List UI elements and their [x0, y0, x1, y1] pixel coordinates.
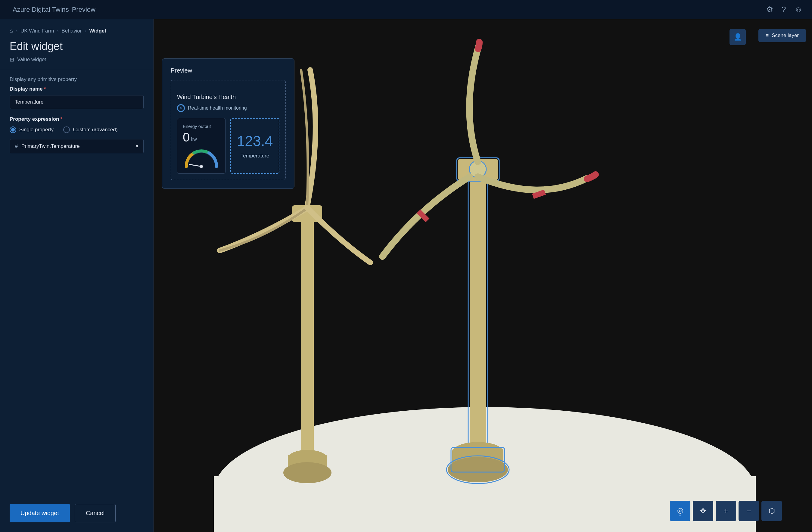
- health-subtitle: Real-time health monitoring: [188, 105, 247, 111]
- face-icon[interactable]: ☺: [794, 5, 802, 14]
- preview-card-inner: Wind Turbine's Health ↻ Real-time health…: [171, 80, 286, 180]
- widget-type-icon: ⊞: [10, 56, 14, 63]
- property-dropdown-left: # PrimaryTwin.Temperature: [15, 143, 80, 149]
- avatar-button[interactable]: 👤: [729, 29, 746, 45]
- property-expr-label: Property expression *: [0, 116, 153, 127]
- svg-point-6: [283, 462, 332, 483]
- health-icon: ↻: [177, 104, 185, 112]
- radio-group: Single property Custom (advanced): [0, 127, 153, 139]
- preview-widgets: Energy output 0 kw: [177, 118, 279, 174]
- section-description: Display any primitive property: [0, 76, 153, 86]
- scene-layer-button[interactable]: ≡ Scene layer: [758, 29, 806, 42]
- svg-rect-3: [301, 220, 314, 455]
- energy-unit: kw: [191, 137, 197, 142]
- bottom-toolbar: ◎ ✥ + − ⬡: [670, 501, 782, 521]
- topbar-icons: ⚙ ? ☺: [766, 5, 802, 14]
- property-value: PrimaryTwin.Temperature: [21, 143, 80, 149]
- page-title: Edit widget: [0, 39, 153, 55]
- move-icon: ✥: [700, 507, 706, 515]
- right-panel: ≡ Scene layer 👤 Preview Wind Turbine's H…: [154, 19, 812, 532]
- property-dropdown[interactable]: # PrimaryTwin.Temperature ▾: [10, 139, 144, 153]
- widget-type-label: Value widget: [17, 57, 46, 63]
- app-title: Azure Digital TwinsPreview: [10, 6, 96, 14]
- temp-label: Temperature: [241, 153, 269, 159]
- preview-card: Preview Wind Turbine's Health ↻ Real-tim…: [162, 58, 294, 189]
- help-icon[interactable]: ?: [782, 5, 786, 14]
- energy-gauge-widget: Energy output 0 kw: [177, 118, 226, 174]
- energy-value: 0 kw: [183, 130, 220, 144]
- minus-icon: −: [746, 506, 751, 516]
- toolbar-move-button[interactable]: ✥: [693, 501, 713, 521]
- breadcrumb-uk-wind-farm[interactable]: UK Wind Farm: [20, 28, 54, 34]
- widget-type: ⊞ Value widget: [0, 55, 153, 69]
- radio-custom-advanced-circle: [63, 127, 70, 133]
- temp-value: 123.4: [237, 133, 273, 149]
- radio-single-property[interactable]: Single property: [10, 127, 54, 133]
- radio-single-property-circle: [10, 127, 16, 133]
- preview-title: Preview: [171, 67, 286, 74]
- breadcrumb-home[interactable]: ⌂: [10, 28, 13, 34]
- left-panel-footer: Update widget Cancel: [0, 494, 153, 532]
- toolbar-cube-button[interactable]: ⬡: [762, 501, 782, 521]
- breadcrumb: ⌂ › UK Wind Farm › Behavior › Widget: [0, 19, 153, 39]
- cancel-button[interactable]: Cancel: [75, 504, 116, 522]
- chevron-down-icon: ▾: [136, 143, 139, 149]
- toolbar-zoom-out-button[interactable]: −: [739, 501, 759, 521]
- radio-single-property-label: Single property: [19, 127, 54, 133]
- svg-point-20: [200, 165, 203, 168]
- divider-top: [0, 69, 153, 69]
- scene-layer-label: Scene layer: [772, 32, 799, 39]
- display-name-input[interactable]: [10, 95, 144, 109]
- topbar: Azure Digital TwinsPreview ⚙ ? ☺: [0, 0, 812, 19]
- health-monitoring-row: ↻ Real-time health monitoring: [177, 104, 279, 112]
- svg-rect-8: [470, 178, 486, 449]
- layers-icon: ≡: [766, 32, 769, 39]
- temperature-widget: 123.4 Temperature: [230, 118, 279, 174]
- radio-custom-advanced-label: Custom (advanced): [73, 127, 117, 133]
- avatar-icon: 👤: [734, 33, 742, 41]
- main-layout: ⌂ › UK Wind Farm › Behavior › Widget Edi…: [0, 19, 812, 532]
- left-panel: ⌂ › UK Wind Farm › Behavior › Widget Edi…: [0, 19, 154, 532]
- toolbar-focus-button[interactable]: ◎: [670, 501, 690, 521]
- wind-turbine-health-title: Wind Turbine's Health: [177, 94, 279, 101]
- required-marker: *: [44, 86, 46, 92]
- required-marker-2: *: [60, 116, 62, 122]
- plus-icon: +: [724, 506, 728, 516]
- display-name-label: Display name *: [0, 86, 153, 95]
- svg-line-19: [189, 164, 201, 167]
- cube-icon: ⬡: [769, 507, 775, 515]
- update-widget-button[interactable]: Update widget: [10, 504, 70, 522]
- gauge-svg-container: [183, 147, 220, 168]
- hash-icon: #: [15, 143, 18, 149]
- energy-label: Energy output: [183, 124, 220, 129]
- breadcrumb-behavior[interactable]: Behavior: [61, 28, 82, 34]
- settings-icon[interactable]: ⚙: [766, 5, 773, 14]
- focus-icon: ◎: [677, 506, 683, 515]
- toolbar-add-button[interactable]: +: [716, 501, 736, 521]
- radio-custom-advanced[interactable]: Custom (advanced): [63, 127, 117, 133]
- breadcrumb-widget: Widget: [89, 28, 106, 34]
- svg-point-12: [448, 457, 508, 482]
